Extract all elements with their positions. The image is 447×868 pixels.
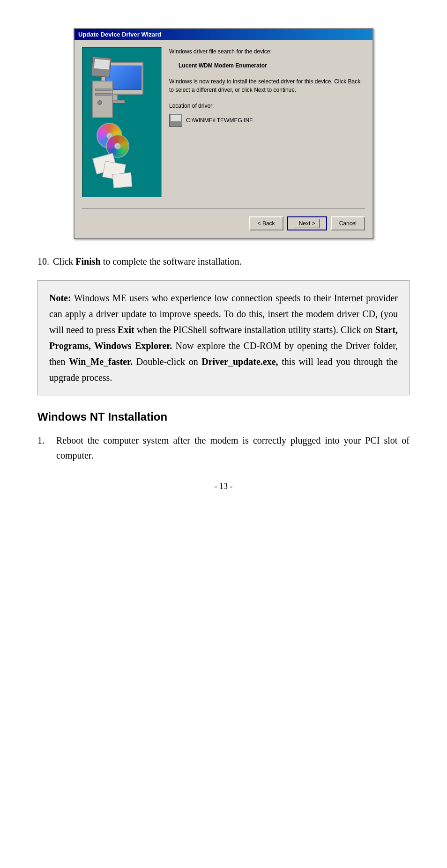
step-finish-bold: Finish	[75, 256, 100, 267]
next-button-inner: Next >	[295, 219, 320, 228]
floppy-disk	[91, 56, 112, 77]
floppy-icon-label	[171, 115, 181, 121]
floppy-icon	[169, 114, 182, 127]
note-win-bold: Win_Me_faster.	[69, 356, 133, 367]
floppy-label	[94, 59, 110, 70]
note-text-4: Double-click on	[133, 356, 201, 367]
dialog-buttons: < Back Next > Cancel	[74, 213, 372, 238]
dialog-divider	[82, 208, 365, 209]
tower-slot-1	[95, 89, 112, 91]
tower-slot-2	[95, 93, 112, 96]
dialog-illustration	[82, 47, 162, 197]
tower-button	[97, 100, 102, 105]
dialog-titlebar: Update Device Driver Wizard	[74, 29, 372, 40]
location-path: C:\WINME\LTEWMEG.INF	[186, 116, 253, 125]
cd-center-2	[114, 143, 121, 149]
cancel-button[interactable]: Cancel	[331, 216, 365, 230]
dialog-body: Windows driver file search for the devic…	[74, 40, 372, 205]
dialog-wrapper: Update Device Driver Wizard	[37, 28, 410, 239]
search-text: Windows driver file search for the devic…	[169, 47, 365, 56]
next-button[interactable]: Next >	[287, 216, 327, 230]
computer-tower	[92, 81, 113, 118]
step-10-text: 10.Click Finish to complete the software…	[37, 254, 410, 269]
device-name: Lucent WDM Modem Enumerator	[179, 61, 365, 70]
note-box: Note: Windows ME users who experience lo…	[37, 280, 410, 395]
step-click-word: Click	[53, 256, 73, 267]
note-bold-prefix: Note:	[49, 293, 71, 303]
location-row: C:\WINME\LTEWMEG.INF	[169, 114, 365, 127]
back-button[interactable]: < Back	[249, 216, 283, 230]
update-driver-wizard-dialog: Update Device Driver Wizard	[74, 28, 373, 239]
list-item: 1. Reboot the computer system after the …	[37, 433, 410, 463]
section-heading: Windows NT Installation	[37, 410, 410, 423]
computer-illustration	[92, 57, 153, 188]
note-text-2: when the PICShell software installation …	[134, 325, 375, 335]
dialog-content: Windows driver file search for the devic…	[169, 47, 365, 197]
list-num-1: 1.	[37, 433, 49, 463]
paper-3	[112, 172, 132, 188]
note-exit-bold: Exit	[118, 325, 134, 335]
note-driver-bold: Driver_update.exe,	[201, 356, 278, 367]
page-number: - 13 -	[37, 482, 410, 491]
dialog-title: Update Device Driver Wizard	[78, 31, 161, 38]
step-number: 10.	[37, 254, 49, 269]
step-rest-text: to complete the software installation.	[103, 256, 242, 267]
list-content-1: Reboot the computer system after the mod…	[56, 433, 410, 463]
location-label: Location of driver:	[169, 102, 365, 110]
install-text: Windows is now ready to install the sele…	[169, 77, 365, 94]
